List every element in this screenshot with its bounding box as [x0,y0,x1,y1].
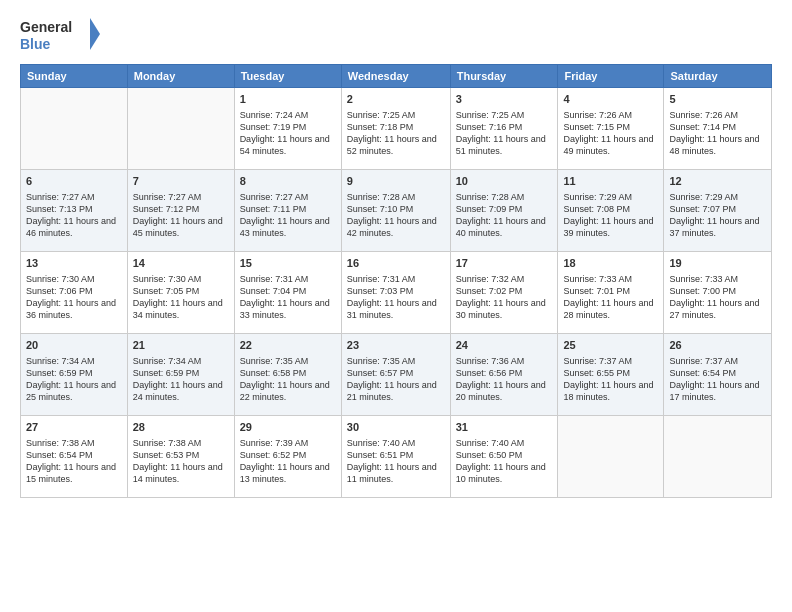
sunset-text: Sunset: 7:05 PM [133,286,200,296]
calendar-cell: 29Sunrise: 7:39 AMSunset: 6:52 PMDayligh… [234,416,341,498]
sunset-text: Sunset: 7:18 PM [347,122,414,132]
day-number: 20 [26,338,122,353]
calendar-cell: 31Sunrise: 7:40 AMSunset: 6:50 PMDayligh… [450,416,558,498]
day-number: 31 [456,420,553,435]
logo: General Blue [20,16,100,54]
day-number: 22 [240,338,336,353]
calendar-cell: 21Sunrise: 7:34 AMSunset: 6:59 PMDayligh… [127,334,234,416]
sunset-text: Sunset: 7:02 PM [456,286,523,296]
calendar-cell: 19Sunrise: 7:33 AMSunset: 7:00 PMDayligh… [664,252,772,334]
sunset-text: Sunset: 6:54 PM [669,368,736,378]
day-number: 17 [456,256,553,271]
sunrise-text: Sunrise: 7:25 AM [347,110,416,120]
sunset-text: Sunset: 7:04 PM [240,286,307,296]
sunset-text: Sunset: 7:16 PM [456,122,523,132]
sunrise-text: Sunrise: 7:27 AM [133,192,202,202]
col-header-tuesday: Tuesday [234,65,341,88]
day-number: 28 [133,420,229,435]
day-number: 21 [133,338,229,353]
daylight-text: Daylight: 11 hours and 20 minutes. [456,380,546,402]
day-number: 30 [347,420,445,435]
daylight-text: Daylight: 11 hours and 43 minutes. [240,216,330,238]
calendar-week-row: 27Sunrise: 7:38 AMSunset: 6:54 PMDayligh… [21,416,772,498]
sunset-text: Sunset: 7:12 PM [133,204,200,214]
day-number: 2 [347,92,445,107]
sunset-text: Sunset: 7:19 PM [240,122,307,132]
col-header-saturday: Saturday [664,65,772,88]
calendar-cell: 23Sunrise: 7:35 AMSunset: 6:57 PMDayligh… [341,334,450,416]
calendar-cell: 3Sunrise: 7:25 AMSunset: 7:16 PMDaylight… [450,88,558,170]
daylight-text: Daylight: 11 hours and 14 minutes. [133,462,223,484]
sunrise-text: Sunrise: 7:32 AM [456,274,525,284]
daylight-text: Daylight: 11 hours and 49 minutes. [563,134,653,156]
day-number: 14 [133,256,229,271]
daylight-text: Daylight: 11 hours and 36 minutes. [26,298,116,320]
sunrise-text: Sunrise: 7:31 AM [347,274,416,284]
day-number: 8 [240,174,336,189]
sunrise-text: Sunrise: 7:37 AM [563,356,632,366]
day-number: 15 [240,256,336,271]
sunrise-text: Sunrise: 7:29 AM [669,192,738,202]
daylight-text: Daylight: 11 hours and 42 minutes. [347,216,437,238]
calendar-cell [558,416,664,498]
calendar-cell: 17Sunrise: 7:32 AMSunset: 7:02 PMDayligh… [450,252,558,334]
sunset-text: Sunset: 6:55 PM [563,368,630,378]
sunset-text: Sunset: 6:54 PM [26,450,93,460]
calendar-header-row: SundayMondayTuesdayWednesdayThursdayFrid… [21,65,772,88]
svg-marker-2 [90,18,100,50]
sunset-text: Sunset: 7:10 PM [347,204,414,214]
daylight-text: Daylight: 11 hours and 48 minutes. [669,134,759,156]
calendar-cell: 25Sunrise: 7:37 AMSunset: 6:55 PMDayligh… [558,334,664,416]
sunrise-text: Sunrise: 7:34 AM [26,356,95,366]
day-number: 9 [347,174,445,189]
day-number: 19 [669,256,766,271]
sunset-text: Sunset: 6:58 PM [240,368,307,378]
daylight-text: Daylight: 11 hours and 13 minutes. [240,462,330,484]
calendar-cell [664,416,772,498]
day-number: 7 [133,174,229,189]
sunrise-text: Sunrise: 7:31 AM [240,274,309,284]
calendar-cell: 9Sunrise: 7:28 AMSunset: 7:10 PMDaylight… [341,170,450,252]
col-header-monday: Monday [127,65,234,88]
col-header-thursday: Thursday [450,65,558,88]
page: General Blue SundayMondayTuesdayWednesda… [0,0,792,612]
sunrise-text: Sunrise: 7:30 AM [26,274,95,284]
calendar-cell: 5Sunrise: 7:26 AMSunset: 7:14 PMDaylight… [664,88,772,170]
sunset-text: Sunset: 7:01 PM [563,286,630,296]
calendar-cell: 30Sunrise: 7:40 AMSunset: 6:51 PMDayligh… [341,416,450,498]
sunset-text: Sunset: 6:59 PM [133,368,200,378]
daylight-text: Daylight: 11 hours and 28 minutes. [563,298,653,320]
sunset-text: Sunset: 7:13 PM [26,204,93,214]
day-number: 10 [456,174,553,189]
sunset-text: Sunset: 6:51 PM [347,450,414,460]
sunset-text: Sunset: 7:14 PM [669,122,736,132]
col-header-friday: Friday [558,65,664,88]
calendar-cell: 8Sunrise: 7:27 AMSunset: 7:11 PMDaylight… [234,170,341,252]
daylight-text: Daylight: 11 hours and 11 minutes. [347,462,437,484]
sunrise-text: Sunrise: 7:38 AM [133,438,202,448]
sunrise-text: Sunrise: 7:37 AM [669,356,738,366]
calendar-week-row: 13Sunrise: 7:30 AMSunset: 7:06 PMDayligh… [21,252,772,334]
calendar-cell: 28Sunrise: 7:38 AMSunset: 6:53 PMDayligh… [127,416,234,498]
svg-text:Blue: Blue [20,36,51,52]
daylight-text: Daylight: 11 hours and 45 minutes. [133,216,223,238]
sunrise-text: Sunrise: 7:28 AM [456,192,525,202]
daylight-text: Daylight: 11 hours and 25 minutes. [26,380,116,402]
calendar-cell: 1Sunrise: 7:24 AMSunset: 7:19 PMDaylight… [234,88,341,170]
sunrise-text: Sunrise: 7:38 AM [26,438,95,448]
daylight-text: Daylight: 11 hours and 54 minutes. [240,134,330,156]
calendar-cell [21,88,128,170]
day-number: 6 [26,174,122,189]
col-header-sunday: Sunday [21,65,128,88]
day-number: 3 [456,92,553,107]
sunrise-text: Sunrise: 7:33 AM [669,274,738,284]
sunrise-text: Sunrise: 7:35 AM [347,356,416,366]
daylight-text: Daylight: 11 hours and 17 minutes. [669,380,759,402]
calendar-cell: 2Sunrise: 7:25 AMSunset: 7:18 PMDaylight… [341,88,450,170]
calendar-cell: 22Sunrise: 7:35 AMSunset: 6:58 PMDayligh… [234,334,341,416]
calendar-cell: 10Sunrise: 7:28 AMSunset: 7:09 PMDayligh… [450,170,558,252]
daylight-text: Daylight: 11 hours and 22 minutes. [240,380,330,402]
calendar-cell: 14Sunrise: 7:30 AMSunset: 7:05 PMDayligh… [127,252,234,334]
daylight-text: Daylight: 11 hours and 37 minutes. [669,216,759,238]
sunrise-text: Sunrise: 7:39 AM [240,438,309,448]
